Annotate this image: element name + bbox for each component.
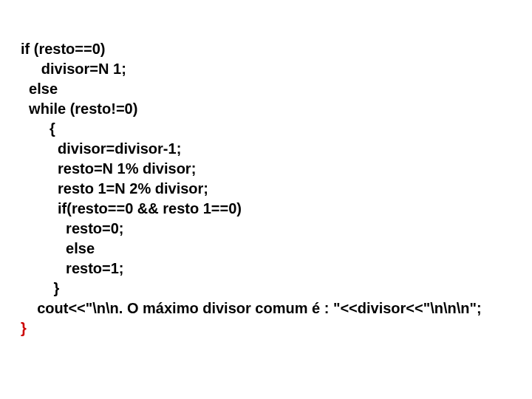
code-line: }	[21, 280, 59, 296]
code-line: while (resto!=0)	[21, 100, 137, 117]
code-line: if (resto==0)	[21, 41, 105, 57]
code-snippet: if (resto==0) divisor=N 1; else while (r…	[0, 0, 532, 338]
code-line: resto=N 1% divisor;	[21, 160, 196, 177]
code-line: if(resto==0 && resto 1==0)	[21, 200, 242, 216]
code-line: else	[21, 81, 58, 97]
code-line: divisor=N 1;	[21, 61, 126, 77]
code-line: resto=0;	[21, 220, 124, 236]
code-line-brace: }	[21, 320, 27, 336]
code-line: {	[21, 120, 55, 137]
code-line: cout<<"\n\n. O máximo divisor comum é : …	[21, 300, 482, 316]
code-line: divisor=divisor-1;	[21, 140, 181, 157]
code-line: resto 1=N 2% divisor;	[21, 180, 208, 197]
code-line: else	[21, 240, 95, 256]
code-line: resto=1;	[21, 260, 124, 276]
